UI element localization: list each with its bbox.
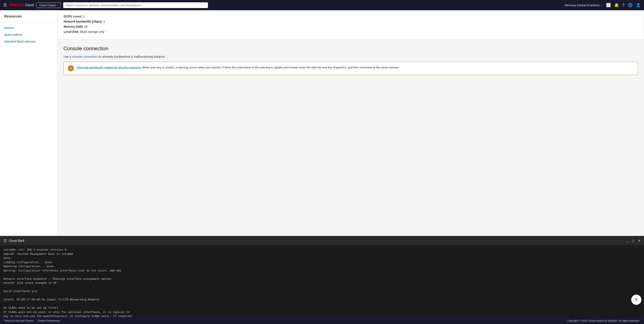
sidebar-item-metrics[interactable]: Metrics <box>0 24 57 31</box>
terminal-line-9: vtnet0: link state changed to UP <box>4 281 640 285</box>
terminal-line-11: Valid interfaces are: <box>4 289 640 294</box>
sidebar: Resources Metrics Quick actions Attached… <box>0 10 58 236</box>
local-disk-value: Block storage only <box>80 30 104 34</box>
local-disk-row: Local disk: Block storage only <box>64 30 638 34</box>
cloud-shell-container: ☰ Cloud Shell _ ⤢ ✕ intsmb0: intr IRQ 9 … <box>0 236 644 318</box>
cloud-classic-button[interactable]: Cloud Classic › <box>36 2 60 8</box>
hamburger-menu-icon[interactable]: ☰ <box>4 3 7 8</box>
warning-text: Keys are periodically rotated for securi… <box>77 65 399 70</box>
help-float-icon: ⊙ <box>635 296 638 303</box>
terminal-line-5: Updating configuration....done. <box>4 264 640 269</box>
warning-box: ! Keys are periodically rotated for secu… <box>64 62 638 75</box>
terminal-line-13: vtnet0 02:00:17:06:a0:3a (down) VirtIO N… <box>4 298 640 302</box>
terminal-line-14 <box>4 302 640 306</box>
help-icon[interactable]: ? <box>622 3 624 8</box>
shell-close-icon[interactable]: ✕ <box>638 239 640 243</box>
console-connection-section: Console connection Use a console connect… <box>58 40 644 81</box>
terminal-line-17: say no here and use the webConfigurator … <box>4 314 640 318</box>
terminal-line-3: done. <box>4 256 640 260</box>
content-area: OCPU count: 1 Network bandwidth (Gbps): … <box>58 10 644 236</box>
ocpu-count-row: OCPU count: 1 <box>64 15 638 18</box>
terminal-line-1: intsmb0: intr IRQ 9 enabled revision 0 <box>4 248 640 252</box>
cookie-link[interactable]: Cookie Preferences <box>38 319 60 322</box>
network-label: Network bandwidth (Gbps): <box>64 20 102 23</box>
sidebar-item-attached-block-volumes[interactable]: Attached block volumes <box>0 38 57 45</box>
terminal-line-6: Warning: Configuration references interf… <box>4 269 640 273</box>
region-selector[interactable]: Germany Central (Frankfurt) ⌄ <box>565 4 603 7</box>
shell-expand-icon[interactable]: ⤢ <box>632 239 634 243</box>
terms-link[interactable]: Terms of Use and Privacy <box>4 319 34 322</box>
region-label: Germany Central (Frankfurt) <box>565 4 600 7</box>
network-value: 1 <box>104 20 105 23</box>
memory-value: 16 <box>84 25 88 28</box>
sidebar-title: Resources <box>0 14 57 22</box>
console-connection-desc: Use a console connection to remotely tro… <box>64 55 638 58</box>
terminal-line-16: If VLANs will not be used, or only for o… <box>4 310 640 314</box>
notification-bell-icon[interactable]: 🔔 <box>614 3 619 8</box>
search-input[interactable] <box>63 2 208 8</box>
cloud-text: Cloud <box>25 3 34 7</box>
cloud-shell-title: Cloud Shell <box>9 239 24 242</box>
warning-link[interactable]: Keys are periodically rotated for securi… <box>77 66 140 69</box>
console-icon[interactable]: ⬜ <box>606 3 611 8</box>
terminal-line-8: Network interface mismatch -- Running in… <box>4 277 640 281</box>
memory-label: Memory (GB): <box>64 25 84 28</box>
terminal[interactable]: intsmb0: intr IRQ 9 enabled revision 0 s… <box>0 245 644 318</box>
language-globe-icon[interactable]: 🌐 <box>628 3 632 8</box>
cloud-shell-hamburger-icon[interactable]: ☰ <box>4 238 7 243</box>
footer: Terms of Use and Privacy Cookie Preferen… <box>0 318 644 324</box>
nav-right: Germany Central (Frankfurt) ⌄ ⬜ 🔔 ? 🌐 👤 <box>565 3 640 8</box>
help-float-button[interactable]: ⊙ <box>631 294 642 305</box>
warning-icon: ! <box>68 65 74 71</box>
top-navigation: ☰ ORACLE Cloud Cloud Classic › Germany C… <box>0 0 644 10</box>
ocpu-label: OCPU count: <box>64 15 82 18</box>
user-avatar-icon[interactable]: 👤 <box>636 3 640 8</box>
oracle-logo: ORACLE Cloud <box>9 3 34 7</box>
local-disk-label: Local disk: <box>64 30 79 34</box>
terminal-line-15: Do VLANs need to be set up first? <box>4 306 640 310</box>
terminal-line-2: smbus0: <System Management Bus> on intsm… <box>4 252 640 256</box>
terminal-line-10 <box>4 285 640 290</box>
sidebar-item-quick-actions[interactable]: Quick actions <box>0 31 57 38</box>
terminal-line-7 <box>4 273 640 277</box>
console-connection-link[interactable]: console connection <box>72 55 98 58</box>
footer-left: Terms of Use and Privacy Cookie Preferen… <box>4 319 63 322</box>
oracle-text: ORACLE <box>9 3 24 7</box>
instance-info-card: OCPU count: 1 Network bandwidth (Gbps): … <box>58 10 644 40</box>
shell-controls: _ ⤢ ✕ <box>626 239 640 243</box>
footer-copyright: Copyright © 2024, Oracle and/or its affi… <box>567 319 640 322</box>
chevron-down-icon: ⌄ <box>600 4 603 7</box>
ocpu-val: 1 <box>83 15 85 18</box>
network-bandwidth-row: Network bandwidth (Gbps): 1 <box>64 20 638 23</box>
shell-minimize-icon[interactable]: _ <box>626 239 628 243</box>
memory-row: Memory (GB): 16 <box>64 25 638 28</box>
terminal-line-4: Loading configuration....done. <box>4 260 640 264</box>
cloud-shell-header: ☰ Cloud Shell _ ⤢ ✕ <box>0 236 644 245</box>
console-connection-title: Console connection <box>64 46 638 52</box>
terminal-line-12 <box>4 294 640 298</box>
